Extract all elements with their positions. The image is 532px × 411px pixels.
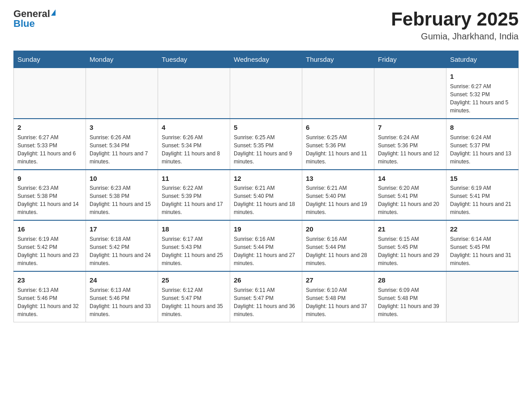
calendar-cell: 26Sunrise: 6:11 AMSunset: 5:47 PMDayligh… bbox=[230, 271, 302, 322]
calendar-cell: 17Sunrise: 6:18 AMSunset: 5:42 PMDayligh… bbox=[86, 220, 158, 271]
calendar-week-row: 2Sunrise: 6:27 AMSunset: 5:33 PMDaylight… bbox=[14, 119, 519, 170]
day-number: 22 bbox=[450, 224, 515, 234]
day-number: 2 bbox=[17, 123, 82, 133]
calendar-subtitle: Gumia, Jharkhand, India bbox=[391, 31, 519, 42]
day-info: Sunrise: 6:24 AMSunset: 5:37 PMDaylight:… bbox=[450, 133, 515, 166]
day-number: 1 bbox=[450, 72, 515, 81]
day-info: Sunrise: 6:19 AMSunset: 5:42 PMDaylight:… bbox=[17, 235, 82, 267]
day-number: 7 bbox=[378, 123, 442, 133]
calendar-week-row: 1Sunrise: 6:27 AMSunset: 5:32 PMDaylight… bbox=[14, 68, 519, 119]
day-number: 4 bbox=[162, 123, 226, 133]
calendar-cell bbox=[374, 68, 446, 119]
calendar-cell: 8Sunrise: 6:24 AMSunset: 5:37 PMDaylight… bbox=[446, 119, 519, 170]
day-info: Sunrise: 6:10 AMSunset: 5:48 PMDaylight:… bbox=[306, 286, 370, 318]
logo-triangle-icon bbox=[51, 9, 56, 16]
day-number: 10 bbox=[90, 174, 154, 184]
calendar-title-block: February 2025 Gumia, Jharkhand, India bbox=[391, 9, 519, 42]
day-info: Sunrise: 6:14 AMSunset: 5:45 PMDaylight:… bbox=[450, 235, 515, 267]
day-info: Sunrise: 6:26 AMSunset: 5:34 PMDaylight:… bbox=[162, 133, 226, 166]
weekday-header-monday: Monday bbox=[86, 51, 158, 68]
day-number: 24 bbox=[90, 275, 154, 285]
day-info: Sunrise: 6:09 AMSunset: 5:48 PMDaylight:… bbox=[378, 286, 442, 318]
calendar-cell: 1Sunrise: 6:27 AMSunset: 5:32 PMDaylight… bbox=[446, 68, 519, 119]
day-info: Sunrise: 6:21 AMSunset: 5:40 PMDaylight:… bbox=[306, 184, 370, 216]
logo-blue-text: Blue bbox=[13, 19, 35, 29]
weekday-header-tuesday: Tuesday bbox=[158, 51, 230, 68]
calendar-cell: 16Sunrise: 6:19 AMSunset: 5:42 PMDayligh… bbox=[14, 220, 86, 271]
day-info: Sunrise: 6:18 AMSunset: 5:42 PMDaylight:… bbox=[90, 235, 154, 267]
calendar-header-row: SundayMondayTuesdayWednesdayThursdayFrid… bbox=[14, 51, 519, 68]
calendar-cell: 15Sunrise: 6:19 AMSunset: 5:41 PMDayligh… bbox=[446, 170, 519, 221]
calendar-cell: 23Sunrise: 6:13 AMSunset: 5:46 PMDayligh… bbox=[14, 271, 86, 322]
calendar-cell: 13Sunrise: 6:21 AMSunset: 5:40 PMDayligh… bbox=[302, 170, 374, 221]
day-number: 27 bbox=[306, 275, 370, 285]
calendar-week-row: 16Sunrise: 6:19 AMSunset: 5:42 PMDayligh… bbox=[14, 220, 519, 271]
calendar-cell: 3Sunrise: 6:26 AMSunset: 5:34 PMDaylight… bbox=[86, 119, 158, 170]
day-number: 12 bbox=[234, 174, 298, 184]
calendar-cell: 24Sunrise: 6:13 AMSunset: 5:46 PMDayligh… bbox=[86, 271, 158, 322]
calendar-cell: 27Sunrise: 6:10 AMSunset: 5:48 PMDayligh… bbox=[302, 271, 374, 322]
day-number: 17 bbox=[90, 224, 154, 234]
calendar-cell: 11Sunrise: 6:22 AMSunset: 5:39 PMDayligh… bbox=[158, 170, 230, 221]
calendar-week-row: 9Sunrise: 6:23 AMSunset: 5:38 PMDaylight… bbox=[14, 170, 519, 221]
day-number: 26 bbox=[234, 275, 298, 285]
day-info: Sunrise: 6:27 AMSunset: 5:32 PMDaylight:… bbox=[450, 82, 515, 115]
page-header: General Blue February 2025 Gumia, Jharkh… bbox=[13, 9, 519, 42]
day-number: 6 bbox=[306, 123, 370, 133]
day-number: 15 bbox=[450, 174, 515, 184]
day-info: Sunrise: 6:23 AMSunset: 5:38 PMDaylight:… bbox=[17, 184, 82, 216]
day-number: 14 bbox=[378, 174, 442, 184]
day-info: Sunrise: 6:27 AMSunset: 5:33 PMDaylight:… bbox=[17, 133, 82, 166]
calendar-cell bbox=[302, 68, 374, 119]
day-number: 9 bbox=[17, 174, 82, 184]
calendar-cell: 18Sunrise: 6:17 AMSunset: 5:43 PMDayligh… bbox=[158, 220, 230, 271]
calendar-cell: 28Sunrise: 6:09 AMSunset: 5:48 PMDayligh… bbox=[374, 271, 446, 322]
day-info: Sunrise: 6:13 AMSunset: 5:46 PMDaylight:… bbox=[17, 286, 82, 318]
day-number: 5 bbox=[234, 123, 298, 133]
weekday-header-wednesday: Wednesday bbox=[230, 51, 302, 68]
day-info: Sunrise: 6:16 AMSunset: 5:44 PMDaylight:… bbox=[306, 235, 370, 267]
calendar-table: SundayMondayTuesdayWednesdayThursdayFrid… bbox=[13, 51, 519, 322]
calendar-cell bbox=[158, 68, 230, 119]
day-info: Sunrise: 6:16 AMSunset: 5:44 PMDaylight:… bbox=[234, 235, 298, 267]
calendar-cell: 5Sunrise: 6:25 AMSunset: 5:35 PMDaylight… bbox=[230, 119, 302, 170]
day-info: Sunrise: 6:21 AMSunset: 5:40 PMDaylight:… bbox=[234, 184, 298, 216]
day-info: Sunrise: 6:25 AMSunset: 5:36 PMDaylight:… bbox=[306, 133, 370, 166]
calendar-cell bbox=[446, 271, 519, 322]
day-info: Sunrise: 6:23 AMSunset: 5:38 PMDaylight:… bbox=[90, 184, 154, 216]
calendar-week-row: 23Sunrise: 6:13 AMSunset: 5:46 PMDayligh… bbox=[14, 271, 519, 322]
calendar-cell bbox=[14, 68, 86, 119]
weekday-header-friday: Friday bbox=[374, 51, 446, 68]
day-info: Sunrise: 6:20 AMSunset: 5:41 PMDaylight:… bbox=[378, 184, 442, 216]
day-number: 16 bbox=[17, 224, 82, 234]
calendar-cell: 7Sunrise: 6:24 AMSunset: 5:36 PMDaylight… bbox=[374, 119, 446, 170]
day-number: 13 bbox=[306, 174, 370, 184]
day-info: Sunrise: 6:12 AMSunset: 5:47 PMDaylight:… bbox=[162, 286, 226, 318]
weekday-header-sunday: Sunday bbox=[14, 51, 86, 68]
day-info: Sunrise: 6:11 AMSunset: 5:47 PMDaylight:… bbox=[234, 286, 298, 318]
day-info: Sunrise: 6:17 AMSunset: 5:43 PMDaylight:… bbox=[162, 235, 226, 267]
calendar-cell: 19Sunrise: 6:16 AMSunset: 5:44 PMDayligh… bbox=[230, 220, 302, 271]
day-number: 28 bbox=[378, 275, 442, 285]
day-number: 23 bbox=[17, 275, 82, 285]
day-info: Sunrise: 6:26 AMSunset: 5:34 PMDaylight:… bbox=[90, 133, 154, 166]
calendar-cell: 9Sunrise: 6:23 AMSunset: 5:38 PMDaylight… bbox=[14, 170, 86, 221]
logo-general-text: General bbox=[13, 9, 50, 19]
calendar-cell: 25Sunrise: 6:12 AMSunset: 5:47 PMDayligh… bbox=[158, 271, 230, 322]
day-number: 20 bbox=[306, 224, 370, 234]
calendar-cell: 10Sunrise: 6:23 AMSunset: 5:38 PMDayligh… bbox=[86, 170, 158, 221]
day-number: 3 bbox=[90, 123, 154, 133]
calendar-cell: 20Sunrise: 6:16 AMSunset: 5:44 PMDayligh… bbox=[302, 220, 374, 271]
day-info: Sunrise: 6:24 AMSunset: 5:36 PMDaylight:… bbox=[378, 133, 442, 166]
day-info: Sunrise: 6:13 AMSunset: 5:46 PMDaylight:… bbox=[90, 286, 154, 318]
weekday-header-thursday: Thursday bbox=[302, 51, 374, 68]
day-info: Sunrise: 6:19 AMSunset: 5:41 PMDaylight:… bbox=[450, 184, 515, 216]
day-number: 11 bbox=[162, 174, 226, 184]
day-info: Sunrise: 6:15 AMSunset: 5:45 PMDaylight:… bbox=[378, 235, 442, 267]
day-number: 8 bbox=[450, 123, 515, 133]
calendar-cell: 22Sunrise: 6:14 AMSunset: 5:45 PMDayligh… bbox=[446, 220, 519, 271]
calendar-cell bbox=[86, 68, 158, 119]
logo: General Blue bbox=[13, 9, 56, 29]
day-info: Sunrise: 6:22 AMSunset: 5:39 PMDaylight:… bbox=[162, 184, 226, 216]
weekday-header-saturday: Saturday bbox=[446, 51, 519, 68]
